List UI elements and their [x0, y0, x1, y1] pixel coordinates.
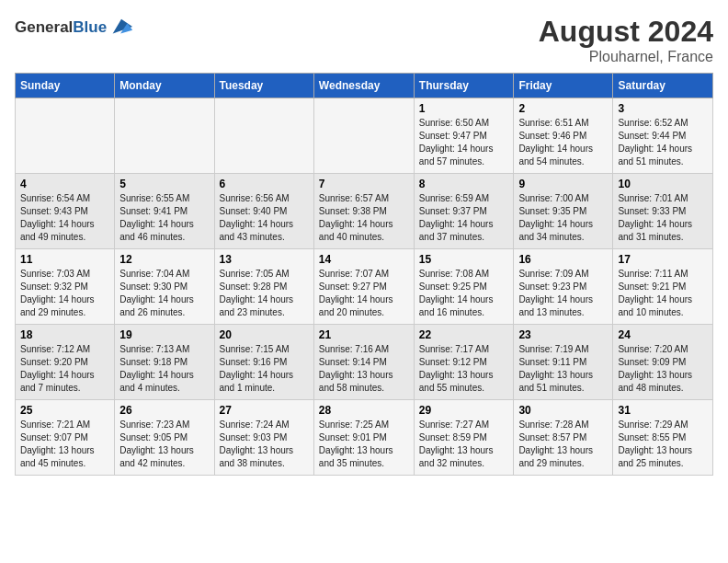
day-info: Sunrise: 7:03 AM Sunset: 9:32 PM Dayligh…: [20, 268, 109, 319]
calendar-cell: 5Sunrise: 6:55 AM Sunset: 9:41 PM Daylig…: [115, 174, 214, 249]
day-info: Sunrise: 7:24 AM Sunset: 9:03 PM Dayligh…: [220, 419, 309, 470]
calendar-week-row: 11Sunrise: 7:03 AM Sunset: 9:32 PM Dayli…: [16, 249, 713, 325]
day-number: 8: [419, 178, 509, 190]
calendar-cell: 10Sunrise: 7:01 AM Sunset: 9:33 PM Dayli…: [613, 174, 713, 249]
calendar-table: SundayMondayTuesdayWednesdayThursdayFrid…: [15, 73, 713, 476]
day-number: 17: [618, 253, 708, 266]
calendar-cell: 12Sunrise: 7:04 AM Sunset: 9:30 PM Dayli…: [115, 249, 214, 325]
logo-text: GeneralBlue: [15, 19, 107, 37]
day-info: Sunrise: 7:04 AM Sunset: 9:30 PM Dayligh…: [119, 268, 209, 319]
calendar-cell: 7Sunrise: 6:57 AM Sunset: 9:38 PM Daylig…: [313, 174, 414, 249]
day-info: Sunrise: 7:12 AM Sunset: 9:20 PM Dayligh…: [20, 343, 109, 395]
day-info: Sunrise: 6:55 AM Sunset: 9:41 PM Dayligh…: [119, 192, 209, 244]
day-number: 19: [119, 328, 209, 341]
day-number: 16: [518, 253, 608, 266]
day-info: Sunrise: 7:05 AM Sunset: 9:28 PM Dayligh…: [220, 268, 309, 319]
day-number: 30: [518, 404, 608, 417]
day-info: Sunrise: 7:00 AM Sunset: 9:35 PM Dayligh…: [518, 192, 608, 244]
day-number: 5: [119, 178, 209, 190]
calendar-cell: 14Sunrise: 7:07 AM Sunset: 9:27 PM Dayli…: [313, 249, 414, 325]
calendar-cell: 24Sunrise: 7:20 AM Sunset: 9:09 PM Dayli…: [613, 325, 713, 400]
day-info: Sunrise: 7:15 AM Sunset: 9:16 PM Dayligh…: [220, 343, 309, 395]
day-info: Sunrise: 7:07 AM Sunset: 9:27 PM Dayligh…: [319, 268, 409, 319]
calendar-cell: 6Sunrise: 6:56 AM Sunset: 9:40 PM Daylig…: [214, 174, 313, 249]
day-info: Sunrise: 7:08 AM Sunset: 9:25 PM Dayligh…: [419, 268, 509, 319]
calendar-cell: 11Sunrise: 7:03 AM Sunset: 9:32 PM Dayli…: [16, 249, 115, 325]
day-number: 15: [419, 253, 509, 266]
day-number: 9: [518, 178, 608, 190]
day-number: 6: [220, 178, 309, 190]
weekday-header-row: SundayMondayTuesdayWednesdayThursdayFrid…: [16, 74, 713, 98]
day-number: 4: [20, 178, 109, 190]
day-info: Sunrise: 7:28 AM Sunset: 8:57 PM Dayligh…: [518, 419, 608, 470]
day-number: 27: [220, 404, 309, 417]
calendar-cell: 22Sunrise: 7:17 AM Sunset: 9:12 PM Dayli…: [414, 325, 514, 400]
day-info: Sunrise: 6:56 AM Sunset: 9:40 PM Dayligh…: [220, 192, 309, 244]
calendar-cell: 29Sunrise: 7:27 AM Sunset: 8:59 PM Dayli…: [414, 400, 514, 476]
day-number: 12: [119, 253, 209, 266]
calendar-cell: 27Sunrise: 7:24 AM Sunset: 9:03 PM Dayli…: [214, 400, 313, 476]
logo: GeneralBlue: [15, 15, 134, 40]
weekday-header-thursday: Thursday: [414, 74, 514, 98]
calendar-cell: 21Sunrise: 7:16 AM Sunset: 9:14 PM Dayli…: [313, 325, 414, 400]
day-number: 10: [618, 178, 708, 190]
weekday-header-friday: Friday: [514, 74, 613, 98]
day-info: Sunrise: 7:13 AM Sunset: 9:18 PM Dayligh…: [119, 343, 209, 395]
weekday-header-saturday: Saturday: [613, 74, 713, 98]
day-number: 31: [618, 404, 708, 417]
weekday-header-tuesday: Tuesday: [214, 74, 313, 98]
logo-icon: [108, 15, 134, 40]
calendar-cell: 28Sunrise: 7:25 AM Sunset: 9:01 PM Dayli…: [313, 400, 414, 476]
month-year: August 2024: [539, 15, 713, 49]
calendar-cell: 4Sunrise: 6:54 AM Sunset: 9:43 PM Daylig…: [16, 174, 115, 249]
calendar-cell: 8Sunrise: 6:59 AM Sunset: 9:37 PM Daylig…: [414, 174, 514, 249]
day-info: Sunrise: 6:54 AM Sunset: 9:43 PM Dayligh…: [20, 192, 109, 244]
day-info: Sunrise: 7:11 AM Sunset: 9:21 PM Dayligh…: [618, 268, 708, 319]
day-number: 20: [220, 328, 309, 341]
day-number: 28: [319, 404, 409, 417]
calendar-cell: [115, 98, 214, 174]
day-number: 2: [518, 102, 608, 115]
calendar-cell: 13Sunrise: 7:05 AM Sunset: 9:28 PM Dayli…: [214, 249, 313, 325]
calendar-week-row: 1Sunrise: 6:50 AM Sunset: 9:47 PM Daylig…: [16, 98, 713, 174]
calendar-cell: 23Sunrise: 7:19 AM Sunset: 9:11 PM Dayli…: [514, 325, 613, 400]
calendar-cell: [313, 98, 414, 174]
calendar-cell: 16Sunrise: 7:09 AM Sunset: 9:23 PM Dayli…: [514, 249, 613, 325]
calendar-cell: 20Sunrise: 7:15 AM Sunset: 9:16 PM Dayli…: [214, 325, 313, 400]
day-number: 24: [618, 328, 708, 341]
day-number: 26: [119, 404, 209, 417]
calendar-week-row: 4Sunrise: 6:54 AM Sunset: 9:43 PM Daylig…: [16, 174, 713, 249]
day-number: 25: [20, 404, 109, 417]
calendar-cell: 3Sunrise: 6:52 AM Sunset: 9:44 PM Daylig…: [613, 98, 713, 174]
calendar-cell: 2Sunrise: 6:51 AM Sunset: 9:46 PM Daylig…: [514, 98, 613, 174]
calendar-cell: 30Sunrise: 7:28 AM Sunset: 8:57 PM Dayli…: [514, 400, 613, 476]
day-info: Sunrise: 6:52 AM Sunset: 9:44 PM Dayligh…: [618, 117, 708, 168]
calendar-week-row: 25Sunrise: 7:21 AM Sunset: 9:07 PM Dayli…: [16, 400, 713, 476]
calendar-body: 1Sunrise: 6:50 AM Sunset: 9:47 PM Daylig…: [16, 98, 713, 476]
day-info: Sunrise: 7:20 AM Sunset: 9:09 PM Dayligh…: [618, 343, 708, 395]
day-info: Sunrise: 6:59 AM Sunset: 9:37 PM Dayligh…: [419, 192, 509, 244]
weekday-header-sunday: Sunday: [16, 74, 115, 98]
location: Plouharnel, France: [539, 49, 713, 65]
day-info: Sunrise: 7:01 AM Sunset: 9:33 PM Dayligh…: [618, 192, 708, 244]
day-number: 14: [319, 253, 409, 266]
day-info: Sunrise: 6:57 AM Sunset: 9:38 PM Dayligh…: [319, 192, 409, 244]
day-info: Sunrise: 7:09 AM Sunset: 9:23 PM Dayligh…: [518, 268, 608, 319]
weekday-header-monday: Monday: [115, 74, 214, 98]
calendar-cell: 31Sunrise: 7:29 AM Sunset: 8:55 PM Dayli…: [613, 400, 713, 476]
day-info: Sunrise: 7:17 AM Sunset: 9:12 PM Dayligh…: [419, 343, 509, 395]
calendar-cell: 25Sunrise: 7:21 AM Sunset: 9:07 PM Dayli…: [16, 400, 115, 476]
calendar-cell: 18Sunrise: 7:12 AM Sunset: 9:20 PM Dayli…: [16, 325, 115, 400]
day-info: Sunrise: 7:21 AM Sunset: 9:07 PM Dayligh…: [20, 419, 109, 470]
day-number: 29: [419, 404, 509, 417]
day-number: 11: [20, 253, 109, 266]
day-number: 13: [220, 253, 309, 266]
calendar-cell: 17Sunrise: 7:11 AM Sunset: 9:21 PM Dayli…: [613, 249, 713, 325]
day-number: 23: [518, 328, 608, 341]
day-info: Sunrise: 7:29 AM Sunset: 8:55 PM Dayligh…: [618, 419, 708, 470]
calendar-cell: [16, 98, 115, 174]
day-info: Sunrise: 6:50 AM Sunset: 9:47 PM Dayligh…: [419, 117, 509, 168]
calendar-cell: 19Sunrise: 7:13 AM Sunset: 9:18 PM Dayli…: [115, 325, 214, 400]
day-number: 3: [618, 102, 708, 115]
day-info: Sunrise: 7:19 AM Sunset: 9:11 PM Dayligh…: [518, 343, 608, 395]
